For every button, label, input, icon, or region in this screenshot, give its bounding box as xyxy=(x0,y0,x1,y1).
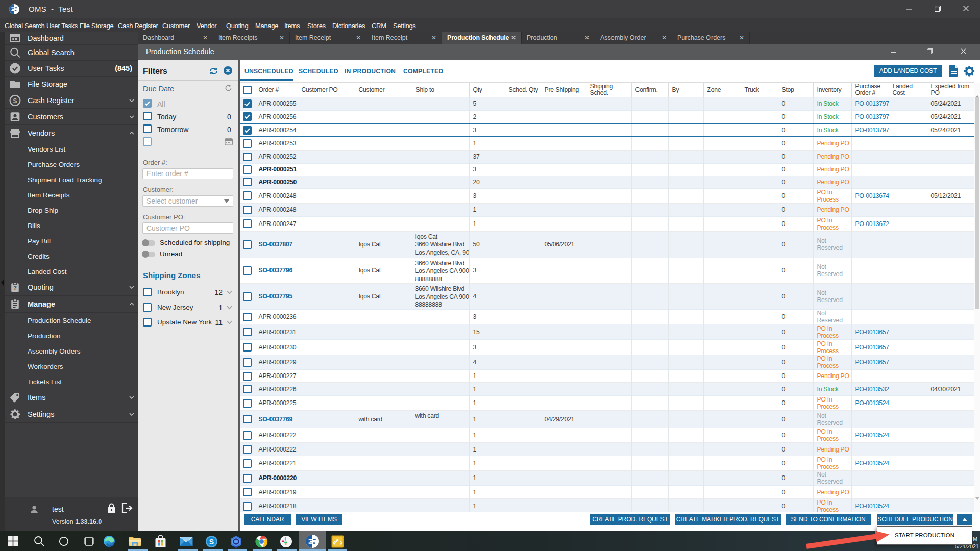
svg-text:?: ? xyxy=(13,285,17,291)
svg-text:$: $ xyxy=(13,96,17,104)
svg-text:S: S xyxy=(209,538,214,546)
